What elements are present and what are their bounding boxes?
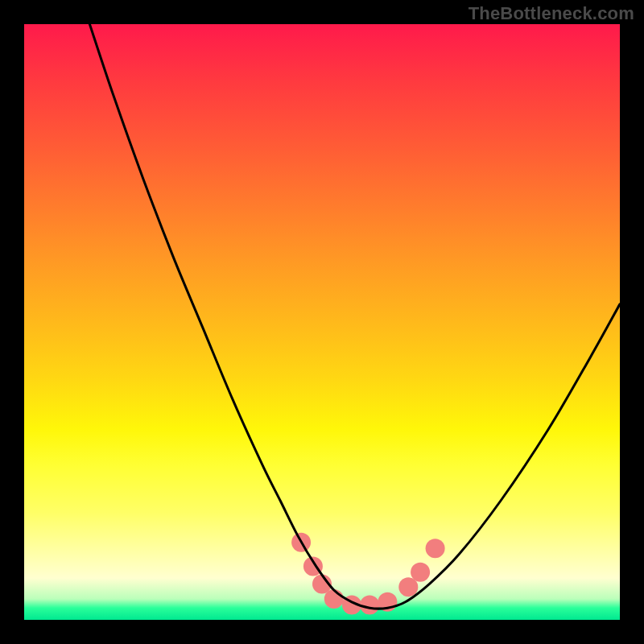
bottleneck-curve [89, 24, 620, 609]
highlight-markers [291, 533, 444, 615]
curve-layer [24, 24, 620, 620]
plot-area [24, 24, 620, 620]
highlight-dot [324, 589, 344, 609]
highlight-dot [360, 596, 379, 615]
highlight-dot [426, 539, 445, 558]
highlight-dot [411, 563, 430, 582]
chart-frame: TheBottleneck.com [0, 0, 644, 644]
watermark-text: TheBottleneck.com [469, 3, 634, 24]
